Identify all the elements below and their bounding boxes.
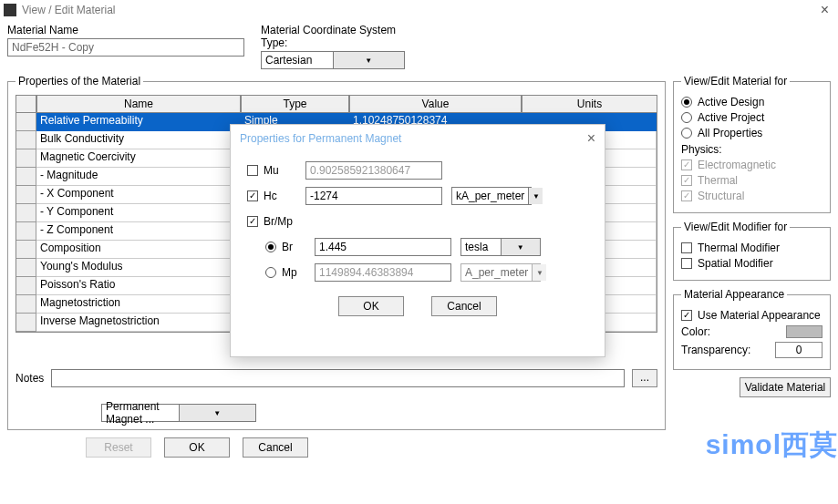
properties-legend: Properties of the Material bbox=[16, 75, 143, 87]
modifier-legend: View/Edit Modifier for bbox=[681, 221, 790, 233]
coord-type-label: Material Coordinate System Type: bbox=[261, 24, 405, 49]
calculator-value: Permanent Magnet ... bbox=[102, 400, 179, 426]
view-for-legend: View/Edit Material for bbox=[681, 75, 790, 87]
col-name[interactable]: Name bbox=[36, 96, 241, 113]
col-value[interactable]: Value bbox=[349, 96, 522, 113]
chevron-down-icon: ▼ bbox=[532, 264, 546, 281]
check-brmp[interactable]: Br/Mp bbox=[247, 215, 296, 228]
check-structural: Structural bbox=[681, 190, 822, 202]
check-thermal: Thermal bbox=[681, 174, 822, 187]
dialog-cancel-button[interactable]: Cancel bbox=[431, 296, 497, 316]
dialog-title: Properties for Permanent Magnet bbox=[240, 132, 401, 145]
validate-material-button[interactable]: Validate Material bbox=[740, 377, 831, 397]
check-hc[interactable]: Hc bbox=[247, 190, 296, 202]
check-use-appearance[interactable]: Use Material Appearance bbox=[681, 309, 822, 322]
mu-input bbox=[305, 161, 442, 180]
ok-button[interactable]: OK bbox=[164, 437, 230, 458]
notes-browse-button[interactable]: ... bbox=[632, 369, 657, 387]
material-name-input[interactable] bbox=[7, 38, 244, 57]
view-for-group: View/Edit Material for Active Design Act… bbox=[673, 75, 831, 213]
mp-input bbox=[315, 263, 451, 282]
transparency-label: Transparency: bbox=[681, 344, 750, 356]
check-mu[interactable]: Mu bbox=[247, 164, 296, 177]
grid-header: Name Type Value Units bbox=[16, 96, 657, 113]
mp-unit-combo: A_per_meter▼ bbox=[460, 263, 541, 282]
br-unit-combo[interactable]: tesla▼ bbox=[460, 238, 541, 256]
check-spatial-modifier[interactable]: Spatial Modifier bbox=[681, 257, 822, 270]
window-close-icon[interactable]: × bbox=[815, 2, 834, 18]
app-icon bbox=[4, 4, 16, 16]
chevron-down-icon: ▼ bbox=[501, 239, 541, 255]
coord-type-value: Cartesian bbox=[262, 54, 333, 67]
radio-active-project[interactable]: Active Project bbox=[681, 111, 822, 124]
dialog-titlebar[interactable]: Properties for Permanent Magnet × bbox=[231, 125, 605, 152]
radio-all-properties[interactable]: All Properties bbox=[681, 127, 822, 139]
radio-br[interactable]: Br bbox=[265, 241, 305, 253]
material-name-label: Material Name bbox=[7, 24, 244, 36]
title-bar: View / Edit Material × bbox=[0, 0, 838, 20]
notes-input[interactable] bbox=[51, 369, 625, 387]
chevron-down-icon: ▼ bbox=[528, 188, 543, 204]
radio-mp[interactable]: Mp bbox=[265, 266, 305, 279]
coord-type-combo[interactable]: Cartesian ▼ bbox=[261, 51, 405, 69]
chevron-down-icon: ▼ bbox=[179, 405, 256, 421]
permanent-magnet-dialog: Properties for Permanent Magnet × Mu Hc … bbox=[230, 124, 605, 357]
br-input[interactable] bbox=[315, 238, 451, 256]
check-electromagnetic: Electromagnetic bbox=[681, 159, 822, 171]
reset-button: Reset bbox=[86, 437, 151, 458]
hc-input[interactable] bbox=[305, 187, 442, 205]
cancel-button[interactable]: Cancel bbox=[243, 437, 308, 458]
transparency-input[interactable] bbox=[775, 342, 822, 358]
color-label: Color: bbox=[681, 325, 710, 338]
close-icon[interactable]: × bbox=[587, 130, 595, 147]
notes-label: Notes bbox=[16, 372, 44, 385]
modifier-for-group: View/Edit Modifier for Thermal Modifier … bbox=[673, 221, 831, 281]
check-thermal-modifier[interactable]: Thermal Modifier bbox=[681, 242, 822, 254]
col-units[interactable]: Units bbox=[522, 96, 657, 113]
calculator-combo[interactable]: Permanent Magnet ... ▼ bbox=[101, 404, 256, 422]
col-type[interactable]: Type bbox=[241, 96, 349, 113]
appearance-legend: Material Appearance bbox=[681, 288, 787, 301]
physics-label: Physics: bbox=[681, 143, 822, 156]
radio-active-design[interactable]: Active Design bbox=[681, 96, 822, 108]
appearance-group: Material Appearance Use Material Appeara… bbox=[673, 288, 831, 370]
hc-unit-combo[interactable]: kA_per_meter▼ bbox=[451, 187, 532, 205]
color-swatch[interactable] bbox=[786, 325, 822, 338]
dialog-ok-button[interactable]: OK bbox=[338, 296, 404, 316]
chevron-down-icon: ▼ bbox=[333, 52, 405, 68]
window-title: View / Edit Material bbox=[22, 4, 116, 16]
